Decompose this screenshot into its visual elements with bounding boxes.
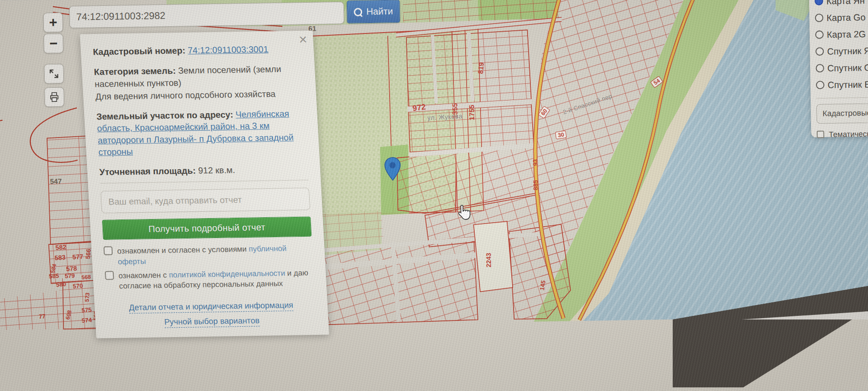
cadastral-borders-label: Кадастровые гра bbox=[822, 108, 868, 118]
layer-option-label: Спутник В bbox=[828, 79, 868, 90]
popup-links: Детали отчета и юридическая информация Р… bbox=[107, 300, 316, 329]
address-label: Земельный участок по адресу: bbox=[96, 110, 234, 121]
privacy-link[interactable]: политикой конфиденциальности bbox=[169, 269, 285, 279]
radio-icon[interactable] bbox=[816, 64, 824, 72]
map-marker-pin bbox=[384, 157, 401, 181]
mouse-cursor bbox=[457, 204, 471, 221]
radio-icon[interactable] bbox=[816, 81, 825, 89]
get-report-button[interactable]: Получить подробный отчет bbox=[102, 217, 312, 240]
manual-select-link[interactable]: Ручной выбор вариантов bbox=[164, 316, 260, 328]
offer-checkbox-row[interactable]: ознакомлен и согласен с условиями публич… bbox=[104, 243, 313, 267]
thematic-checkbox-row[interactable]: Тематическая bbox=[817, 128, 868, 140]
privacy-checkbox-row[interactable]: ознакомлен с политикой конфиденциальност… bbox=[105, 267, 315, 291]
fullscreen-button[interactable] bbox=[44, 64, 64, 84]
cadastral-number-label: Кадастровый номер: bbox=[93, 46, 185, 57]
find-button-label: Найти bbox=[366, 6, 393, 17]
zoom-out-button[interactable]: − bbox=[43, 33, 63, 53]
layer-option-6[interactable]: Спутник В bbox=[816, 75, 868, 93]
cadastral-number-link[interactable]: 74:12:0911003:3001 bbox=[188, 44, 269, 55]
usage-line: Для ведения личного подсобного хозяйства bbox=[95, 87, 304, 102]
plus-icon: + bbox=[49, 14, 57, 30]
usage-value: Для ведения личного подсобного хозяйства bbox=[95, 89, 276, 101]
layer-option-label: Карта Go bbox=[826, 12, 865, 23]
close-icon[interactable]: × bbox=[298, 33, 307, 47]
map-app: 6154797213551755819938852243145582583577… bbox=[0, 0, 868, 391]
area-line: Уточненная площадь: 912 кв.м. bbox=[99, 163, 308, 178]
layer-option-5[interactable]: Спутник G bbox=[816, 58, 868, 76]
layers-panel: Карта ЯнКарта GoКарта 2GСпутник ЯСпутник… bbox=[809, 0, 868, 138]
checkbox-icon[interactable] bbox=[817, 131, 825, 138]
category-line: Категория земель: Земли поселений (земли… bbox=[94, 63, 303, 90]
category-label: Категория земель: bbox=[94, 66, 176, 77]
address-line: Земельный участок по адресу: Челябинская… bbox=[96, 108, 307, 158]
radio-icon[interactable] bbox=[815, 30, 824, 39]
offer-checkbox-text: ознакомлен и согласен с условиями публич… bbox=[117, 243, 313, 267]
report-details-link[interactable]: Детали отчета и юридическая информация bbox=[129, 300, 294, 314]
checkbox-icon[interactable] bbox=[104, 247, 113, 256]
checkbox-icon[interactable] bbox=[105, 271, 114, 280]
expand-icon bbox=[48, 68, 60, 79]
layer-option-3[interactable]: Карта 2G bbox=[815, 24, 868, 43]
cadastral-borders-select[interactable]: Кадастровые гра bbox=[816, 102, 868, 124]
privacy-checkbox-text: ознакомлен с политикой конфиденциальност… bbox=[118, 267, 315, 291]
search-input[interactable] bbox=[69, 2, 344, 29]
parcel-info-popup: × Кадастровый номер: 74:12:0911003:3001 … bbox=[80, 30, 329, 339]
find-button[interactable]: Найти bbox=[347, 0, 400, 24]
layer-option-1[interactable]: Карта Ян bbox=[815, 0, 868, 10]
divider bbox=[100, 180, 308, 184]
layer-options: Карта ЯнКарта GoКарта 2GСпутник ЯСпутник… bbox=[815, 0, 868, 94]
minus-icon: − bbox=[49, 35, 58, 51]
cadastral-number-line: Кадастровый номер: 74:12:0911003:3001 bbox=[93, 43, 302, 58]
zoom-in-button[interactable]: + bbox=[43, 13, 63, 33]
offer-text: ознакомлен и согласен с условиями bbox=[117, 245, 249, 255]
layer-option-label: Спутник Я bbox=[827, 45, 868, 57]
email-field[interactable] bbox=[100, 188, 310, 214]
screen: 6154797213551755819938852243145582583577… bbox=[0, 0, 868, 391]
divider bbox=[816, 96, 868, 99]
thematic-label: Тематическая bbox=[829, 129, 868, 140]
privacy-text-before: ознакомлен с bbox=[118, 271, 169, 280]
print-button[interactable] bbox=[44, 87, 64, 107]
area-value: 912 кв.м. bbox=[198, 165, 236, 176]
printer-icon bbox=[49, 91, 60, 103]
search-icon bbox=[354, 8, 362, 16]
layer-option-label: Спутник G bbox=[827, 62, 868, 73]
layer-option-2[interactable]: Карта Go bbox=[815, 8, 868, 26]
layer-option-label: Карта 2G bbox=[827, 29, 866, 40]
radio-selected-icon[interactable] bbox=[815, 0, 823, 5]
layer-option-4[interactable]: Спутник Я bbox=[816, 41, 868, 60]
area-label: Уточненная площадь: bbox=[99, 166, 196, 177]
radio-icon[interactable] bbox=[816, 47, 824, 56]
layer-option-label: Карта Ян bbox=[826, 0, 865, 6]
radio-icon[interactable] bbox=[815, 14, 824, 22]
